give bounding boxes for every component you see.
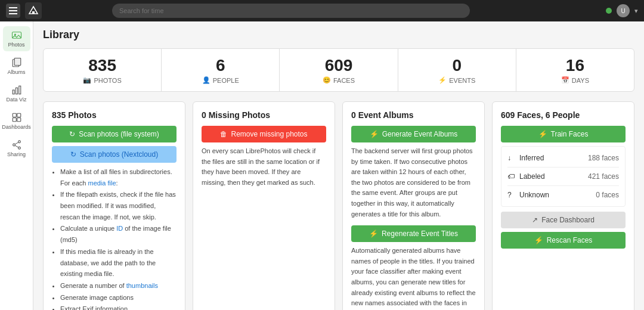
sidebar-item-dashboards[interactable]: Dashboards [3, 108, 30, 134]
nextcloud-refresh-icon: ↻ [70, 150, 76, 159]
svg-rect-12 [13, 113, 16, 117]
rescan-faces-button[interactable]: ⚡ Rescan Faces [501, 232, 626, 249]
stat-faces-count: 609 [325, 56, 353, 75]
stat-people-label: PEOPLE [213, 77, 239, 84]
face-stat-labeled: 🏷 Labeled 421 faces [507, 168, 619, 186]
app-body: Photos Albums Data Viz Dashboards Sharin… [0, 21, 644, 310]
dashboard-icon: ↗ [532, 216, 538, 224]
stat-events: 0 ⚡ EVENTS [398, 49, 516, 91]
svg-point-6 [14, 33, 16, 35]
events-panel: 0 Event Albums ⚡ Generate Event Albums T… [342, 101, 485, 310]
sidebar-label-photos: Photos [8, 42, 24, 48]
scan-photos-fs-button[interactable]: ↻ Scan photos (file system) [52, 126, 177, 142]
dropdown-arrow[interactable]: ▾ [634, 7, 638, 15]
topbar-right: U ▾ [606, 4, 638, 17]
svg-rect-14 [13, 118, 16, 122]
topbar: U ▾ [0, 0, 644, 21]
photos-icon: 📷 [83, 76, 91, 84]
regen-icon: ⚡ [369, 230, 378, 238]
faces-panel: 609 Faces, 6 People ⚡ Train Faces ↓ Infe… [492, 101, 634, 310]
svg-rect-11 [18, 86, 20, 94]
stat-days-label: DAYS [572, 77, 589, 84]
events-panel-title: 0 Event Albums [351, 110, 476, 120]
stat-events-count: 0 [452, 56, 462, 75]
labeled-label: Labeled [519, 172, 588, 181]
svg-point-18 [18, 147, 20, 149]
search-container [112, 4, 470, 18]
trash-icon: 🗑 [220, 130, 227, 138]
id-link[interactable]: ID [116, 225, 123, 232]
face-stat-inferred: ↓ Inferred 188 faces [507, 149, 619, 168]
stat-people: 6 👤 PEOPLE [162, 49, 280, 91]
svg-rect-8 [14, 58, 21, 66]
svg-rect-2 [9, 13, 17, 14]
panels-row: 835 Photos ↻ Scan photos (file system) ↻… [43, 101, 634, 310]
svg-rect-4 [32, 11, 35, 14]
sidebar: Photos Albums Data Viz Dashboards Sharin… [0, 21, 33, 310]
labeled-count: 421 faces [588, 172, 619, 181]
status-indicator [606, 8, 612, 14]
sidebar-item-albums[interactable]: Albums [3, 54, 30, 79]
sidebar-label-dataviz: Data Viz [7, 97, 27, 103]
generate-events-button[interactable]: ⚡ Generate Event Albums [351, 126, 476, 142]
list-item: Generate a number of thumbnails [60, 280, 177, 292]
faces-icon: 😊 [323, 76, 331, 84]
faces-panel-title: 609 Faces, 6 People [501, 110, 626, 120]
face-dashboard-button[interactable]: ↗ Face Dashboard [501, 212, 626, 228]
people-icon: 👤 [202, 76, 210, 84]
sidebar-item-dataviz[interactable]: Data Viz [3, 81, 30, 106]
svg-rect-0 [9, 7, 17, 8]
thumbnails-link[interactable]: thumbnails [126, 282, 158, 289]
search-input[interactable] [112, 4, 470, 18]
labeled-icon: 🏷 [507, 172, 519, 181]
page-title: Library [43, 29, 634, 41]
sidebar-item-sharing[interactable]: Sharing [3, 136, 30, 161]
missing-panel-title: 0 Missing Photos [202, 110, 326, 120]
stat-faces-label: FACES [333, 77, 355, 84]
events-icon: ⚡ [438, 76, 447, 84]
events-desc1: The backend server will first group phot… [351, 146, 476, 219]
stat-photos-label: PHOTOS [94, 77, 121, 84]
bolt-icon: ⚡ [538, 130, 547, 138]
scan-photos-nc-button[interactable]: ↻ Scan photos (Nextcloud) [52, 146, 177, 163]
svg-rect-1 [9, 10, 17, 11]
inferred-count: 188 faces [588, 154, 619, 162]
stat-people-count: 6 [216, 56, 225, 75]
photos-bullet-list: Make a list of all files in subdirectori… [52, 166, 177, 310]
main-content: Library 835 📷 PHOTOS 6 👤 PEOPLE 609 [33, 21, 644, 310]
stat-days-count: 16 [566, 56, 584, 75]
sidebar-item-photos[interactable]: Photos [3, 26, 30, 51]
svg-point-16 [18, 141, 20, 143]
app-logo [25, 2, 42, 19]
photos-panel-title: 835 Photos [52, 110, 177, 120]
stat-events-label: EVENTS [449, 77, 475, 84]
list-item: If this media file is already in the dat… [60, 246, 177, 280]
svg-line-20 [15, 145, 18, 147]
regenerate-titles-button[interactable]: ⚡ Regenerate Event Titles [351, 225, 476, 242]
refresh-icon: ↻ [69, 130, 75, 138]
generate-icon: ⚡ [370, 130, 379, 138]
list-item: If the filepath exists, check if the fil… [60, 189, 177, 222]
unknown-icon: ? [507, 191, 519, 199]
avatar[interactable]: U [617, 4, 630, 17]
svg-point-17 [13, 144, 15, 146]
svg-line-19 [15, 142, 18, 144]
menu-button[interactable] [6, 4, 20, 18]
media-file-link[interactable]: media file [88, 179, 116, 187]
train-faces-button[interactable]: ⚡ Train Faces [501, 126, 626, 142]
svg-rect-9 [13, 90, 14, 94]
missing-desc: On every scan LibrePhotos will check if … [202, 146, 326, 188]
sidebar-label-dashboards: Dashboards [2, 124, 31, 130]
stat-faces: 609 😊 FACES [280, 49, 398, 91]
stat-days: 16 📅 DAYS [516, 49, 634, 91]
remove-missing-button[interactable]: 🗑 Remove missing photos [202, 126, 326, 142]
svg-rect-13 [17, 113, 20, 117]
unknown-count: 0 faces [596, 191, 619, 199]
days-icon: 📅 [561, 76, 569, 84]
missing-photos-panel: 0 Missing Photos 🗑 Remove missing photos… [193, 101, 335, 310]
inferred-icon: ↓ [507, 154, 519, 162]
stat-photos: 835 📷 PHOTOS [44, 49, 162, 91]
list-item: Calculate a unique ID of the image file … [60, 223, 177, 245]
sidebar-label-sharing: Sharing [7, 151, 26, 157]
stat-photos-count: 835 [88, 56, 116, 75]
